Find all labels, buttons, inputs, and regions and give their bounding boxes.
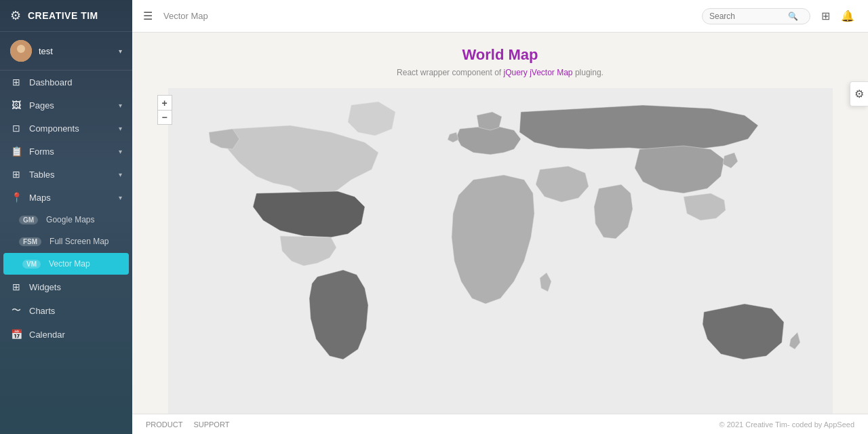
page-subtitle: React wrapper component of jQuery jVecto…: [397, 68, 604, 77]
calendar-icon: 📅: [10, 329, 22, 340]
sidebar-item-google-maps[interactable]: GM Google Maps: [0, 209, 132, 231]
main-content: ☰ Vector Map 🔍 ⊞ 🔔 World Map React wrapp…: [132, 0, 868, 434]
chevron-down-icon: ▾: [119, 125, 122, 132]
vector-map-badge: VM: [22, 260, 41, 269]
jvector-link[interactable]: jQuery jVector Map: [504, 68, 573, 77]
pages-icon: 🖼: [10, 100, 22, 111]
sidebar-item-label: Vector Map: [49, 259, 119, 269]
bell-icon[interactable]: 🔔: [838, 7, 857, 25]
breadcrumb: Vector Map: [163, 11, 694, 21]
search-icon[interactable]: 🔍: [788, 12, 798, 21]
sidebar-item-components[interactable]: ⊡ Components ▾: [0, 117, 132, 140]
sidebar-item-tables[interactable]: ⊞ Tables ▾: [0, 163, 132, 186]
sidebar-item-label: Widgets: [29, 282, 122, 292]
chevron-down-icon: ▾: [119, 102, 122, 109]
topbar-icons: ⊞ 🔔: [818, 7, 857, 25]
sidebar-item-calendar[interactable]: 📅 Calendar: [0, 323, 132, 346]
sidebar-item-label: Forms: [29, 146, 112, 157]
sidebar-item-label: Dashboard: [29, 77, 122, 87]
copyright: © 2021 Creative Tim- coded by AppSeed: [719, 420, 855, 429]
search-box: 🔍: [702, 8, 810, 24]
sidebar-item-label: Tables: [29, 170, 112, 180]
settings-panel[interactable]: ⚙: [850, 81, 868, 106]
sidebar-item-label: Charts: [29, 306, 122, 316]
fullscreen-map-badge: FSM: [19, 237, 41, 246]
forms-icon: 📋: [10, 146, 22, 157]
sidebar-item-vector-map[interactable]: VM Vector Map: [3, 253, 129, 275]
footer-links: PRODUCT SUPPORT: [146, 420, 229, 429]
footer: PRODUCT SUPPORT © 2021 Creative Tim- cod…: [132, 414, 868, 434]
sidebar-item-dashboard[interactable]: ⊞ Dashboard: [0, 71, 132, 94]
sidebar-item-label: Pages: [29, 100, 112, 111]
page-title: World Map: [462, 46, 538, 64]
avatar: [10, 40, 32, 62]
widgets-icon: ⊞: [10, 281, 22, 292]
google-maps-badge: GM: [19, 216, 38, 224]
sidebar-item-charts[interactable]: 〜 Charts: [0, 298, 132, 323]
footer-support-link[interactable]: SUPPORT: [193, 420, 229, 429]
grid-icon[interactable]: ⊞: [818, 7, 833, 25]
sidebar-item-label: Components: [29, 123, 112, 134]
sidebar-item-pages[interactable]: 🖼 Pages ▾: [0, 94, 132, 117]
sidebar-item-label: Maps: [29, 193, 112, 203]
sidebar-header: ⚙ CREATIVE TIM: [0, 0, 132, 32]
zoom-controls: + −: [157, 95, 172, 125]
world-map: [168, 88, 833, 414]
sidebar-item-maps[interactable]: 📍 Maps ▾: [0, 186, 132, 209]
topbar: ☰ Vector Map 🔍 ⊞ 🔔: [132, 0, 868, 33]
footer-product-link[interactable]: PRODUCT: [146, 420, 182, 429]
svg-point-1: [17, 45, 25, 53]
search-input[interactable]: [709, 12, 784, 21]
maps-icon: 📍: [10, 192, 22, 203]
username-label: test: [39, 46, 112, 56]
tables-icon: ⊞: [10, 169, 22, 180]
sidebar-item-label: Calendar: [29, 330, 122, 340]
chevron-down-icon: ▾: [119, 194, 122, 201]
sidebar-item-label: Full Screen Map: [50, 237, 122, 246]
brand-name: CREATIVE TIM: [28, 10, 98, 21]
chevron-down-icon: ▾: [119, 171, 122, 178]
sidebar-item-forms[interactable]: 📋 Forms ▾: [0, 140, 132, 163]
sidebar-item-widgets[interactable]: ⊞ Widgets: [0, 275, 132, 298]
sidebar-item-fullscreen-map[interactable]: FSM Full Screen Map: [0, 231, 132, 252]
settings-gear-icon: ⚙: [854, 88, 864, 100]
chevron-down-icon: ▾: [119, 148, 122, 155]
gear-icon: ⚙: [10, 8, 21, 23]
page-content: World Map React wrapper component of jQu…: [132, 33, 868, 434]
charts-icon: 〜: [10, 304, 22, 317]
menu-icon[interactable]: ☰: [143, 9, 153, 22]
components-icon: ⊡: [10, 123, 22, 134]
zoom-in-button[interactable]: +: [157, 95, 172, 110]
sidebar-item-label: Google Maps: [46, 215, 122, 224]
user-dropdown-icon[interactable]: ▾: [119, 47, 122, 55]
map-section: World Map React wrapper component of jQu…: [132, 33, 868, 414]
zoom-out-button[interactable]: −: [157, 110, 172, 125]
sidebar-user[interactable]: test ▾: [0, 32, 132, 71]
sidebar-nav: ⊞ Dashboard 🖼 Pages ▾ ⊡ Components ▾ 📋 F…: [0, 71, 132, 434]
map-wrapper: + −: [148, 88, 853, 414]
dashboard-icon: ⊞: [10, 77, 22, 87]
sidebar: ⚙ CREATIVE TIM test ▾ ⊞ Dashboard 🖼 Page…: [0, 0, 132, 434]
